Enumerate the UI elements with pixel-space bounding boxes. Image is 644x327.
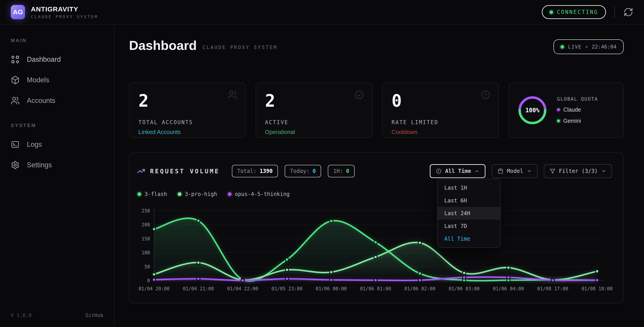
gemini-label: Gemini [563, 118, 581, 124]
hour-pill: 1H: 0 [328, 165, 355, 177]
dropdown-item-last-7d[interactable]: Last 7D [438, 220, 500, 232]
chevron-down-icon [601, 169, 606, 174]
dropdown-item-last-24h[interactable]: Last 24H [438, 207, 500, 220]
refresh-icon[interactable] [624, 7, 633, 17]
sidebar-section-main: MAIN [11, 38, 103, 44]
legend-label: 3-pro-high [185, 191, 217, 197]
legend-item-3-pro-high: 3-pro-high [178, 191, 217, 197]
dropdown-item-last-1h[interactable]: Last 1H [438, 182, 500, 194]
volume-stat-pills: Total: 1390 Today: 0 1H: 0 [232, 165, 355, 177]
live-badge: LIVE 22:46:04 [554, 39, 624, 54]
svg-text:250: 250 [142, 208, 150, 214]
quota-legend-gemini: Gemini [557, 118, 598, 124]
svg-text:01/04 22:00: 01/04 22:00 [227, 286, 258, 292]
svg-text:150: 150 [142, 236, 150, 242]
sidebar-footer: V 1.0.0 GitHub [7, 312, 107, 318]
stat-sub: Cooldown [392, 128, 490, 136]
stat-value: 0 [392, 92, 490, 109]
model-filter-label: Model [507, 168, 523, 174]
trending-up-icon [137, 167, 145, 175]
today-pill-label: Today: [290, 168, 310, 174]
time-range-label: All Time [445, 168, 471, 174]
time-range-button[interactable]: All Time [430, 164, 486, 178]
chevron-up-icon [474, 169, 480, 174]
sidebar-item-models[interactable]: Models [7, 70, 107, 90]
live-label: LIVE [568, 44, 582, 50]
live-dot [560, 45, 564, 48]
app-logo: AG [11, 5, 25, 19]
funnel-icon [550, 168, 556, 174]
svg-text:01/06 01:00: 01/06 01:00 [360, 286, 391, 292]
main-content: Dashboard CLAUDE PROXY SYSTEM LIVE 22:46… [114, 24, 644, 327]
topbar-divider [614, 6, 615, 18]
legend-item-opus: opus-4-5-thinking [228, 191, 290, 197]
filter-label: Filter (3/3) [559, 168, 598, 174]
version-label: V 1.0.0 [11, 312, 32, 318]
grid-icon [11, 55, 20, 64]
svg-text:50: 50 [144, 264, 150, 270]
connection-status-text: CONNECTING [557, 9, 598, 15]
model-filter-button[interactable]: Model [492, 164, 537, 178]
filter-button[interactable]: Filter (3/3) [544, 164, 612, 178]
global-quota-card: 100% GLOBAL QUOTA Claude Gemini [509, 82, 624, 138]
hour-pill-label: 1H: [333, 168, 343, 174]
stat-card-active: 2 ACTIVE Operational [256, 82, 372, 138]
legend-dot [138, 192, 141, 196]
users-icon [228, 90, 238, 100]
cube-icon [11, 76, 20, 84]
app-title-block: ANTIGRAVITY CLAUDE PROXY SYSTEM [31, 5, 98, 19]
stat-value: 2 [138, 92, 236, 109]
request-volume-chart: 05010015020025001/04 20:0001/04 21:0001/… [130, 204, 624, 302]
stat-label: ACTIVE [265, 119, 363, 126]
svg-text:01/06 03:00: 01/06 03:00 [448, 286, 480, 292]
stat-cards-row: 2 TOTAL ACCOUNTS Linked Accounts 2 ACTIV… [129, 82, 624, 138]
claude-label: Claude [563, 106, 581, 113]
today-pill-value: 0 [312, 168, 316, 174]
svg-text:01/08 17:00: 01/08 17:00 [537, 286, 568, 292]
gemini-dot [557, 120, 560, 122]
sidebar-item-dashboard[interactable]: Dashboard [7, 49, 107, 70]
quota-legend: GLOBAL QUOTA Claude Gemini [557, 96, 598, 124]
sidebar-item-label: Models [27, 76, 49, 84]
users-icon [11, 96, 20, 105]
quota-label: GLOBAL QUOTA [557, 96, 598, 102]
sidebar-item-label: Accounts [27, 96, 56, 105]
sidebar-item-label: Dashboard [27, 56, 61, 64]
chart-legend: 3-flash 3-pro-high opus-4-5-thinking [138, 191, 290, 197]
sidebar-item-label: Settings [27, 161, 52, 169]
app-root: AG ANTIGRAVITY CLAUDE PROXY SYSTEM CONNE… [0, 0, 644, 327]
svg-text:200: 200 [142, 222, 150, 228]
connection-status-dot [550, 10, 553, 14]
separator-dot [586, 46, 588, 48]
svg-text:0: 0 [147, 278, 150, 284]
sidebar-item-settings[interactable]: Settings [7, 155, 107, 175]
gear-icon [11, 160, 20, 170]
github-link[interactable]: GitHub [86, 312, 103, 318]
app-subtitle: CLAUDE PROXY SYSTEM [31, 14, 98, 19]
svg-text:01/04 21:00: 01/04 21:00 [183, 286, 214, 292]
svg-text:100: 100 [142, 250, 150, 256]
sidebar-item-accounts[interactable]: Accounts [7, 90, 107, 111]
sidebar-item-logs[interactable]: Logs [7, 134, 107, 155]
sidebar: MAIN Dashboard Models [0, 24, 114, 327]
svg-text:01/08 18:00: 01/08 18:00 [582, 286, 612, 292]
page-header: Dashboard CLAUDE PROXY SYSTEM LIVE 22:46… [129, 38, 624, 54]
volume-panel-buttons: All Time [430, 164, 612, 178]
legend-dot [178, 192, 181, 196]
dropdown-item-last-6h[interactable]: Last 6H [438, 194, 500, 207]
quota-ring: 100% [517, 95, 548, 126]
legend-item-3-flash: 3-flash [138, 191, 167, 197]
volume-panel-header: REQUEST VOLUME Total: 1390 Today: 0 1H: … [137, 164, 612, 178]
alert-circle-icon [480, 90, 491, 100]
dropdown-item-all-time[interactable]: All Time [438, 232, 500, 245]
legend-label: opus-4-5-thinking [235, 191, 290, 197]
stat-sub: Operational [265, 128, 363, 136]
svg-text:01/06 04:00: 01/06 04:00 [493, 286, 524, 292]
svg-text:01/06 02:00: 01/06 02:00 [404, 286, 435, 292]
sidebar-section-system: SYSTEM [11, 122, 103, 128]
time-range-dropdown: Last 1H Last 6H Last 24H Last 7D All Tim… [437, 179, 501, 248]
stat-value: 2 [265, 92, 363, 109]
page-subtitle: CLAUDE PROXY SYSTEM [202, 45, 278, 50]
claude-dot [557, 108, 560, 111]
total-pill: Total: 1390 [232, 165, 278, 177]
